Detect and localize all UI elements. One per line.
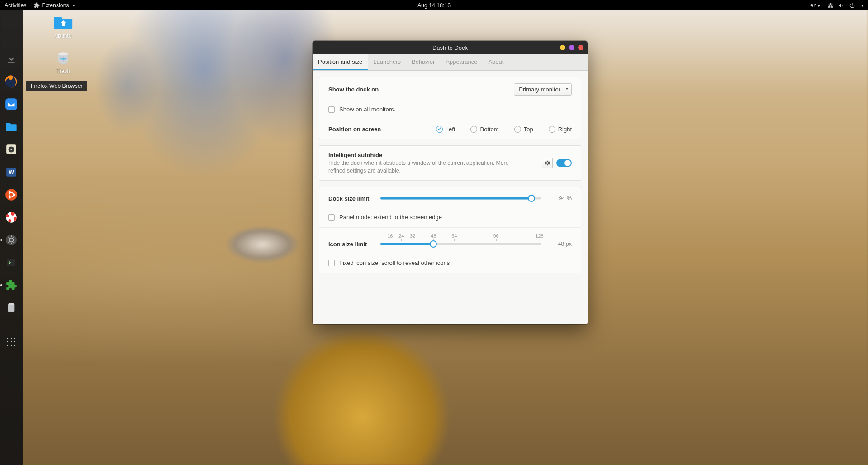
card-monitor-position: Show the dock on Primary monitor Show on… xyxy=(319,77,581,139)
tab-behavior[interactable]: Behavior xyxy=(406,54,440,70)
icon-size-value: 48 px xyxy=(550,241,572,247)
svg-point-17 xyxy=(9,215,13,219)
desktop-icon-ubuntu[interactable]: ubuntu xyxy=(47,14,79,39)
svg-point-15 xyxy=(9,197,11,199)
radio-top[interactable]: Top xyxy=(514,126,533,133)
position-label: Position on screen xyxy=(328,126,381,133)
dock-item-extensions[interactable] xyxy=(4,278,19,293)
word-icon: W xyxy=(5,166,17,178)
fixed-icon-size-checkbox[interactable] xyxy=(328,260,335,266)
monitor-dropdown[interactable]: Primary monitor xyxy=(514,83,572,96)
dock-item-downloads[interactable] xyxy=(4,51,19,67)
puzzle-icon xyxy=(34,2,40,8)
autohide-desc: Hide the dock when it obstructs a window… xyxy=(328,159,509,174)
svg-point-8 xyxy=(10,149,12,150)
dock-item-trash[interactable] xyxy=(4,300,19,316)
radio-bottom[interactable]: Bottom xyxy=(470,126,498,133)
close-button[interactable] xyxy=(578,45,583,50)
folder-icon xyxy=(53,14,73,30)
activities-button[interactable]: Activities xyxy=(5,2,27,9)
download-icon xyxy=(5,53,17,65)
firefox-icon xyxy=(5,75,18,88)
window-title: Dash to Dock xyxy=(432,44,468,51)
dock-item-settings[interactable] xyxy=(4,232,19,248)
mail-icon xyxy=(5,98,18,110)
autohide-settings-button[interactable] xyxy=(542,158,553,168)
tab-appearance[interactable]: Appearance xyxy=(440,54,483,70)
dock: W xyxy=(0,10,23,465)
dock-item-firefox[interactable] xyxy=(4,74,19,89)
desktop-icon-label: ubuntu xyxy=(55,33,72,39)
dock-item-apps[interactable] xyxy=(4,334,19,350)
radio-right[interactable]: Right xyxy=(549,126,572,133)
gear-icon xyxy=(544,160,550,166)
desktop-icon-trash[interactable]: Trash xyxy=(47,49,79,74)
svg-rect-5 xyxy=(5,98,17,110)
panel-mode-checkbox[interactable] xyxy=(328,214,335,221)
chevron-down-icon: ▾ xyxy=(73,3,75,8)
icon-size-slider[interactable]: 16 24 32 48 64 96 128 xyxy=(380,240,541,249)
settings-icon xyxy=(5,234,17,246)
terminal-icon xyxy=(6,257,17,268)
fixed-icon-size-label: Fixed icon size: scroll to reveal other … xyxy=(339,259,450,266)
panel-mode-label: Panel mode: extend to the screen edge xyxy=(339,214,442,221)
firefox-tooltip: Firefox Web Browser xyxy=(26,81,87,91)
power-icon xyxy=(849,2,855,9)
dock-item-terminal[interactable] xyxy=(4,255,19,270)
trash-icon xyxy=(6,302,16,314)
show-all-monitors-label: Show on all monitors. xyxy=(339,106,395,113)
tabs: Position and size Launchers Behavior App… xyxy=(313,54,588,71)
folder-icon xyxy=(5,120,18,133)
tab-about[interactable]: About xyxy=(483,54,509,70)
dock-size-slider[interactable] xyxy=(380,194,541,203)
desktop-icon-label: Trash xyxy=(57,68,70,74)
dock-item-music[interactable] xyxy=(4,142,19,157)
card-autohide: Intelligent autohide Hide the dock when … xyxy=(319,145,581,181)
extensions-menu[interactable]: Extensions ▾ xyxy=(34,2,75,9)
panel-body: Show the dock on Primary monitor Show on… xyxy=(313,71,588,324)
svg-rect-20 xyxy=(7,259,15,266)
chevron-down-icon: ▾ xyxy=(861,3,863,8)
svg-text:W: W xyxy=(9,169,14,175)
maximize-button[interactable] xyxy=(569,45,574,50)
icon-size-label: Icon size limit xyxy=(328,241,371,248)
svg-point-14 xyxy=(9,191,11,193)
dock-item-help[interactable] xyxy=(4,210,19,225)
radio-right-label: Right xyxy=(558,126,572,133)
puzzle-icon xyxy=(5,279,17,291)
system-tray[interactable]: ▾ xyxy=(827,2,863,9)
show-all-monitors-checkbox[interactable] xyxy=(328,106,335,113)
lang-indicator[interactable]: en▾ xyxy=(810,2,820,9)
dock-item-ubuntu[interactable] xyxy=(4,187,19,202)
radio-top-label: Top xyxy=(524,126,533,133)
tab-position[interactable]: Position and size xyxy=(313,54,368,70)
network-icon xyxy=(827,2,834,9)
card-sizes: Dock size limit 94 % Panel mode: extend … xyxy=(319,187,581,273)
apps-grid-icon xyxy=(6,336,17,347)
titlebar[interactable]: Dash to Dock xyxy=(313,41,588,54)
show-dock-label: Show the dock on xyxy=(328,86,379,93)
svg-point-21 xyxy=(8,303,15,305)
autohide-switch[interactable] xyxy=(556,159,572,167)
dock-item-mail[interactable] xyxy=(4,96,19,112)
svg-point-3 xyxy=(58,52,68,55)
dock-separator xyxy=(4,325,19,325)
dock-item-word[interactable]: W xyxy=(4,164,19,180)
radio-left[interactable]: Left xyxy=(436,126,455,133)
music-icon xyxy=(5,144,17,155)
dock-item-files[interactable] xyxy=(4,119,19,134)
clock[interactable]: Aug 14 18:16 xyxy=(417,2,451,9)
svg-point-13 xyxy=(14,194,16,196)
dock-size-label: Dock size limit xyxy=(328,195,371,202)
radio-bottom-label: Bottom xyxy=(480,126,498,133)
tab-launchers[interactable]: Launchers xyxy=(368,54,406,70)
radio-left-label: Left xyxy=(446,126,455,133)
dash-to-dock-window: Dash to Dock Position and size Launchers… xyxy=(313,41,588,324)
lifebuoy-icon xyxy=(5,211,18,224)
ubuntu-icon xyxy=(5,188,18,201)
minimize-button[interactable] xyxy=(560,45,565,50)
dock-size-value: 94 % xyxy=(550,195,572,201)
autohide-title: Intelligent autohide xyxy=(328,152,509,158)
topbar: Activities Extensions ▾ Aug 14 18:16 en▾… xyxy=(0,0,868,10)
extensions-label: Extensions xyxy=(42,2,69,9)
